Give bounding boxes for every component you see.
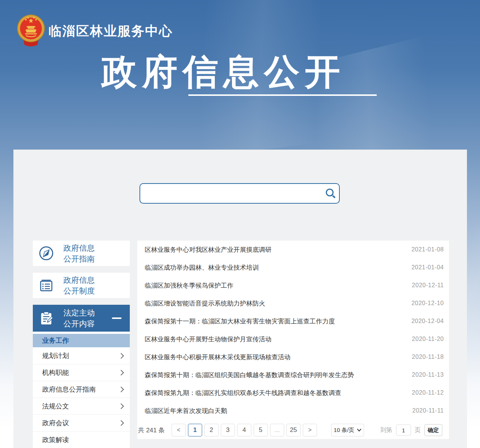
article-link[interactable]: 森保简报第九期：临淄区扎实组织双条杉天牛线路调查和越冬基数调查 [145, 389, 406, 397]
sidebar-item-disclosure-guide[interactable]: 政府信息公开指南 [33, 381, 130, 398]
document-icon [38, 277, 54, 294]
pagination-total: 共 241 条 [138, 426, 165, 435]
article-row: 森保简报第九期：临淄区扎实组织双条杉天牛线路调查和越冬基数调查 2020-11-… [137, 384, 449, 402]
page-button-25[interactable]: 25 [286, 424, 301, 436]
goto-page-input[interactable] [396, 424, 411, 436]
pagination-bar: 共 241 条 < 1 2 3 4 5 ... 25 > 10 条/页 到第 页… [137, 424, 449, 436]
article-row: 临淄区增设智能语音提示系统助力护林防火 2020-12-10 [137, 294, 449, 312]
article-link[interactable]: 临淄区增设智能语音提示系统助力护林防火 [145, 299, 405, 308]
title-underline [188, 94, 377, 96]
sidebar-card-system[interactable]: 政府信息 公开制度 [33, 273, 130, 298]
magnifier-icon [324, 188, 336, 200]
sidebar-item-gov-meetings[interactable]: 政府会议 [33, 414, 130, 431]
chevron-down-icon [357, 429, 361, 432]
minus-icon[interactable] [112, 317, 122, 319]
page-button-2[interactable]: 2 [204, 424, 219, 436]
article-date: 2020-11-12 [412, 389, 444, 396]
search-input[interactable] [140, 184, 322, 203]
article-list: 区林业服务中心对我区林业产业开展摸底调研 2021-01-08 临淄区成功举办园… [137, 241, 449, 439]
article-link[interactable]: 区林业服务中心对我区林业产业开展摸底调研 [145, 245, 405, 254]
article-date: 2021-01-04 [411, 264, 444, 271]
article-link[interactable]: 森保简报第十一期：临淄区加大林业有害生物灾害面上巡查工作力度 [145, 317, 405, 326]
search-box [139, 183, 340, 204]
sidebar-card-label: 法定主动 公开内容 [63, 307, 95, 329]
article-row: 区林业服务中心对我区林业产业开展摸底调研 2021-01-08 [137, 241, 449, 259]
page-title: 政府信息公开 [101, 51, 345, 92]
confirm-button[interactable]: 确定 [424, 424, 442, 436]
sidebar-card-statutory-disclosure[interactable]: 法定主动 公开内容 [33, 305, 130, 332]
article-date: 2020-12-11 [412, 282, 444, 289]
page-button-1[interactable]: 1 [188, 424, 202, 436]
sidebar-card-guide[interactable]: 政府信息 公开指南 [33, 241, 130, 266]
page-button-5[interactable]: 5 [254, 424, 268, 436]
article-date: 2020-11-18 [412, 354, 444, 360]
sidebar-item-planning[interactable]: 规划计划 [33, 347, 130, 364]
compass-icon [38, 245, 54, 261]
article-date: 2020-12-10 [411, 300, 444, 307]
chevron-right-icon [120, 386, 124, 392]
next-page-button[interactable]: > [303, 424, 317, 436]
article-row: 森保简报第十一期：临淄区加大林业有害生物灾害面上巡查工作力度 2020-12-0… [137, 312, 449, 330]
chevron-right-icon [120, 370, 124, 376]
article-link[interactable]: 区林业服务中心积极开展林木采伐更新现场核查活动 [145, 353, 406, 361]
article-row: 临淄区近年来首次发现白天鹅 2020-11-11 [137, 402, 449, 420]
article-date: 2020-12-04 [411, 318, 444, 325]
article-date: 2020-11-20 [412, 336, 444, 342]
article-row: 区林业服务中心积极开展林木采伐更新现场核查活动 2020-11-18 [137, 348, 449, 366]
article-date: 2021-01-08 [411, 246, 444, 253]
goto-page-label: 到第 [380, 426, 392, 434]
sidebar-card-label: 政府信息 公开制度 [63, 275, 95, 296]
article-row: 临淄区成功举办园林、林业专业技术培训 2021-01-04 [137, 259, 449, 276]
sidebar-card-label: 政府信息 公开指南 [63, 242, 95, 264]
article-link[interactable]: 森保简报第十期：临淄区组织美国白蛾越冬基数调查综合研判明年发生态势 [145, 371, 406, 379]
article-date: 2020-11-13 [412, 372, 444, 378]
prev-page-button[interactable]: < [172, 424, 186, 436]
page-button-3[interactable]: 3 [221, 424, 235, 436]
sidebar-item-regulations[interactable]: 法规公文 [33, 398, 130, 414]
article-link[interactable]: 临淄区近年来首次发现白天鹅 [145, 407, 407, 415]
clipboard-pencil-icon [38, 310, 54, 326]
page: 临淄区林业服务中心 政府信息公开 [0, 0, 480, 448]
site-name: 临淄区林业服务中心 [48, 22, 173, 40]
article-row: 森保简报第十期：临淄区组织美国白蛾越冬基数调查综合研判明年发生态势 2020-1… [137, 366, 449, 384]
article-link[interactable]: 临淄区成功举办园林、林业专业技术培训 [145, 263, 405, 272]
national-emblem-logo [16, 14, 46, 47]
search-button[interactable] [322, 184, 339, 203]
sidebar-item-policy-interpretation[interactable]: 政策解读 [33, 431, 130, 448]
chevron-right-icon [120, 353, 124, 359]
page-size-select[interactable]: 10 条/页 [331, 424, 364, 436]
article-link[interactable]: 临淄区加强秋冬季候鸟保护工作 [145, 281, 406, 290]
page-ellipsis-button[interactable]: ... [270, 424, 284, 436]
chevron-right-icon [120, 420, 124, 426]
article-date: 2020-11-11 [412, 407, 444, 414]
article-row: 临淄区加强秋冬季候鸟保护工作 2020-12-11 [137, 276, 449, 294]
article-row: 区林业服务中心开展野生动物保护月宣传活动 2020-11-20 [137, 330, 449, 348]
goto-page-unit: 页 [415, 426, 421, 434]
chevron-right-icon [120, 403, 124, 409]
article-link[interactable]: 区林业服务中心开展野生动物保护月宣传活动 [145, 335, 406, 344]
sidebar-item-org-functions[interactable]: 机构职能 [33, 364, 130, 381]
sidebar-submenu: 业务工作 规划计划 机构职能 政府信息公开指南 法规公文 政府会 [33, 332, 130, 448]
sidebar-item-business-work[interactable]: 业务工作 [33, 334, 130, 347]
page-button-4[interactable]: 4 [237, 424, 251, 436]
